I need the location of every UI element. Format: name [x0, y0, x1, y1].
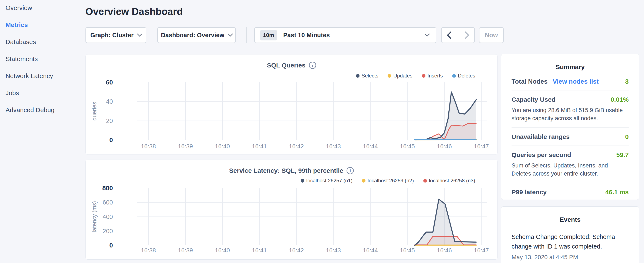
summary-row-p99-latency: P99 latency 46.1 ms — [512, 188, 629, 196]
view-nodes-list-link[interactable]: View nodes list — [552, 78, 598, 85]
total-nodes-value: 3 — [625, 78, 629, 85]
sidebar-item-databases[interactable]: Databases — [0, 34, 78, 51]
queries-per-second-subtext: Sum of Selects, Updates, Inserts, and De… — [512, 161, 629, 178]
svg-text:16:39: 16:39 — [178, 143, 193, 150]
svg-text:16:41: 16:41 — [252, 143, 267, 150]
svg-text:0: 0 — [109, 136, 113, 143]
chevron-down-icon — [137, 31, 142, 36]
time-step-back-button[interactable] — [442, 28, 458, 43]
summary-row-capacity-used: Capacity Used 0.01% — [512, 96, 629, 103]
svg-text:16:44: 16:44 — [363, 143, 378, 150]
graph-dropdown-label: Graph: Cluster — [90, 32, 134, 39]
svg-text:0: 0 — [109, 242, 113, 249]
queries-per-second-value: 59.7 — [616, 151, 629, 158]
chevron-down-icon — [228, 31, 233, 36]
events-title: Events — [512, 216, 629, 223]
toolbar-divider — [246, 27, 247, 43]
sidebar-item-statements[interactable]: Statements — [0, 51, 78, 68]
svg-text:queries: queries — [91, 102, 98, 121]
svg-text:latency (ms): latency (ms) — [91, 201, 98, 232]
sidebar-item-network-latency[interactable]: Network Latency — [0, 68, 78, 85]
divider — [512, 183, 629, 183]
sidebar-item-jobs[interactable]: Jobs — [0, 85, 78, 102]
chevron-right-icon — [462, 31, 469, 39]
svg-text:16:47: 16:47 — [474, 143, 489, 150]
service-latency-chart-card: Service Latency: SQL, 99th percentile i … — [86, 160, 498, 259]
svg-text:16:41: 16:41 — [252, 247, 267, 254]
event-message: Schema Change Completed: Schema change w… — [512, 232, 629, 251]
summary-title: Summary — [512, 63, 629, 71]
sql-queries-plot: 16:3816:3916:4016:4116:4216:4316:4416:45… — [86, 55, 497, 154]
events-panel: Events Schema Change Completed: Schema c… — [501, 206, 639, 263]
svg-text:16:45: 16:45 — [400, 247, 415, 254]
summary-row-queries-per-second: Queries per second 59.7 — [512, 151, 629, 158]
svg-text:16:42: 16:42 — [289, 143, 304, 150]
svg-text:16:46: 16:46 — [437, 247, 452, 254]
svg-text:16:42: 16:42 — [289, 247, 304, 254]
summary-row-unavailable-ranges: Unavailable ranges 0 — [512, 133, 629, 140]
page-title: Overview Dashboard — [86, 6, 183, 18]
svg-text:200: 200 — [103, 228, 113, 234]
dashboard-dropdown[interactable]: Dashboard: Overview — [157, 27, 236, 43]
time-range-label: Past 10 Minutes — [283, 32, 330, 39]
unavailable-ranges-value: 0 — [625, 133, 629, 140]
capacity-used-value: 0.01% — [610, 96, 629, 103]
summary-row-total-nodes: Total Nodes View nodes list 3 — [512, 78, 629, 85]
svg-text:400: 400 — [103, 213, 113, 220]
svg-text:16:40: 16:40 — [215, 247, 230, 254]
svg-text:20: 20 — [106, 117, 113, 124]
graph-dropdown[interactable]: Graph: Cluster — [86, 27, 146, 43]
time-step-button-group — [441, 27, 475, 43]
now-button[interactable]: Now — [479, 27, 504, 43]
sidebar-item-metrics[interactable]: Metrics — [0, 16, 78, 34]
divider — [512, 127, 629, 128]
svg-text:600: 600 — [103, 199, 113, 206]
time-step-forward-button[interactable] — [458, 28, 474, 43]
svg-text:16:38: 16:38 — [141, 247, 156, 254]
svg-text:16:45: 16:45 — [400, 143, 415, 150]
chevron-down-icon — [424, 31, 430, 36]
sidebar-item-overview[interactable]: Overview — [0, 0, 78, 16]
dashboard-dropdown-label: Dashboard: Overview — [161, 32, 224, 39]
p99-latency-value: 46.1 ms — [605, 188, 629, 196]
svg-text:16:39: 16:39 — [178, 247, 193, 254]
svg-text:16:44: 16:44 — [363, 247, 378, 254]
sidebar-item-advanced-debug[interactable]: Advanced Debug — [0, 102, 78, 119]
sql-queries-chart-card: SQL Queries i Selects Updates Inserts De… — [86, 54, 498, 155]
sidebar: Overview Metrics Databases Statements Ne… — [0, 0, 78, 263]
event-timestamp: May 13, 2020 at 4:45 PM — [512, 254, 629, 261]
time-range-badge: 10m — [260, 30, 277, 41]
svg-text:16:47: 16:47 — [474, 247, 489, 254]
svg-text:16:43: 16:43 — [326, 143, 341, 150]
service-latency-plot: 16:3816:3916:4016:4116:4216:4316:4416:45… — [86, 160, 497, 259]
svg-text:16:38: 16:38 — [141, 143, 156, 150]
now-button-label: Now — [485, 32, 498, 39]
svg-text:800: 800 — [102, 184, 113, 191]
summary-panel: Summary Total Nodes View nodes list 3 Ca… — [501, 54, 639, 200]
time-range-selector[interactable]: 10m Past 10 Minutes — [254, 27, 436, 43]
svg-text:16:43: 16:43 — [326, 247, 341, 254]
capacity-used-subtext: You are using 28.6 MiB of 515.9 GiB usab… — [512, 106, 629, 122]
chevron-left-icon — [447, 31, 454, 39]
svg-text:16:46: 16:46 — [437, 143, 452, 150]
svg-text:16:40: 16:40 — [215, 143, 230, 150]
svg-text:40: 40 — [106, 98, 113, 105]
svg-text:60: 60 — [106, 79, 113, 86]
